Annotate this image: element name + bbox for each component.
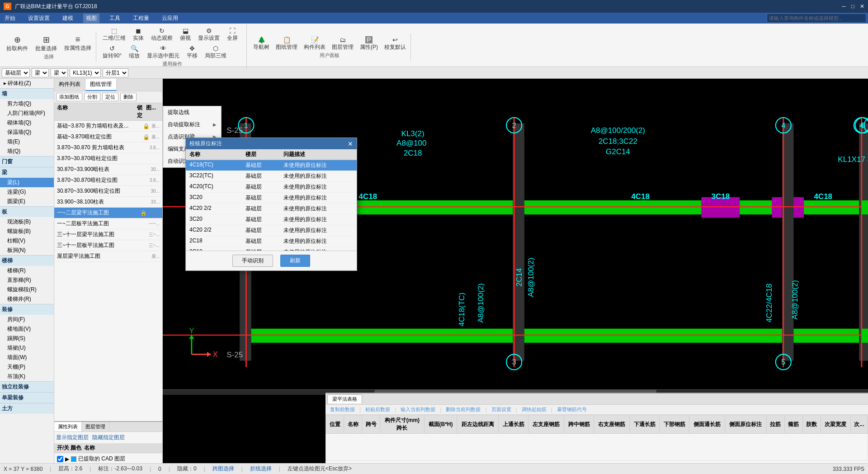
btn-element-list[interactable]: 📝 构件列表 [301,35,328,52]
tree-item-wall-e[interactable]: 墙(E) [0,137,54,147]
btn-add-drawing[interactable]: 添加图纸 [56,93,82,101]
tree-item-beam-g[interactable]: 连梁(G) [0,187,54,197]
dialog-row-7[interactable]: 2C18 基础层 未使用的原位标注 [186,236,357,247]
menu-build[interactable]: 建模 [60,14,76,23]
tree-item-baseboard[interactable]: 踢脚(S) [0,334,54,343]
tree-item-dado[interactable]: 墙裙(U) [0,343,54,353]
tree-item-insulate-wall[interactable]: 保温墙(Q) [0,128,54,137]
drawing-item-1[interactable]: 基础~3.870暗柱定位图 🔒 基... [54,132,162,142]
tab-layer-mgr[interactable]: 图层管理 [82,422,109,431]
minimize-btn[interactable]: ─ [842,3,846,9]
tree-item-suspended[interactable]: 吊顶(K) [0,372,54,381]
menu-start[interactable]: 开始 [2,14,18,23]
tab-element-list[interactable]: 构件列表 [54,79,85,91]
dialog-close-btn[interactable]: ✕ [348,140,353,147]
tree-item-beam-e[interactable]: 圆梁(E) [0,197,54,206]
layer-row-0[interactable]: ▶ 已提取的 CAD 图层 [55,454,161,464]
hide-layer-btn[interactable]: 隐藏指定图层 [92,434,125,441]
btn-pick-element[interactable]: ⊕ 拾取构件 [4,34,31,53]
dialog-row-3[interactable]: 3C20 基础层 未使用的原位标注 [186,193,357,204]
btn-adjust-start[interactable]: 调快起始筋 [520,406,548,413]
drawing-item-7[interactable]: 33.900~38.100柱表 33... [54,197,162,208]
tree-item-floor[interactable]: 楼地面(V) [0,324,54,334]
dialog-row-8[interactable]: 2C18 基础层 未使用的原位标注 [186,247,357,251]
btn-reset-default[interactable]: ↩ 校复默认 [382,35,409,52]
btn-properties[interactable]: P 属性(P) [357,35,381,52]
element-select[interactable]: KL13(1) [70,68,101,77]
menu-settings[interactable]: 设置设置 [25,14,52,23]
btn-display-settings[interactable]: ⚙ 显示设置 [195,26,222,43]
btn-paste-after[interactable]: 粘贴后数据 [363,406,392,413]
status-select-mode[interactable]: 折线选择 [250,465,272,473]
tree-item-masonry-wall[interactable]: 砌体墙(Q) [0,118,54,128]
drawing-item-11[interactable]: 三~十一层板平法施工图 三~... [54,240,162,251]
menu-auto-extract[interactable]: 自动提取标注 ▶ [163,118,221,131]
dialog-row-2[interactable]: 4C20(TC) 基础层 未使用的原位标注 [186,182,357,193]
btn-nav-tree[interactable]: 🌲 导航树 [250,35,272,52]
btn-batch-select[interactable]: ⊞ 批量选择 [33,34,60,53]
btn-show-selected[interactable]: 👁 显示选中图元 [144,44,182,61]
menu-extract-edge[interactable]: 提取边线 [163,106,221,118]
menu-quantity[interactable]: 工程量 [130,14,152,23]
btn-page-settings[interactable]: 页面设置 [490,406,513,413]
btn-orbit[interactable]: ↻ 动态观察 [148,26,175,43]
btn-fullscreen[interactable]: ⛶ 全屏 [223,26,241,43]
drawing-item-10[interactable]: 三~十一层梁平法施工图 三~... [54,229,162,240]
tree-item-beam-l[interactable]: 梁(L) [0,178,54,187]
layer-select[interactable]: 基础层 [2,68,30,77]
btn-local-3d[interactable]: ⬡ 局部三维 [202,44,229,61]
drawing-item-4[interactable]: 30.870~33.900暗柱表 30... [54,164,162,175]
drawing-item-8[interactable]: 一~二层梁平法施工图 🔒 一~... [54,208,162,218]
btn-top-view[interactable]: ⬓ 俯视 [176,26,194,43]
btn-delete-col[interactable]: 删除当前列数据 [444,406,482,413]
drawing-item-12[interactable]: 屋层梁平法施工图 屋... [54,251,162,262]
layer-checkbox-0[interactable] [57,456,63,462]
tree-item-shear-wall[interactable]: 剪力墙(Q) [0,99,54,109]
tree-item-wall-finish[interactable]: 墙面(W) [0,353,54,362]
tree-item-ceiling[interactable]: 天棚(P) [0,362,54,372]
drawing-item-6[interactable]: 30.870~33.900暗柱定位图 30... [54,186,162,197]
close-btn[interactable]: ✕ [860,3,864,9]
btn-copy-prev[interactable]: 复制前数据 [328,406,357,413]
subtype-select[interactable]: 梁 [51,68,68,77]
tree-item-civil-wall[interactable]: 人防门框墙(RF) [0,109,54,118]
btn-rotate90[interactable]: ↺ 旋转90° [100,44,124,61]
btn-solid[interactable]: ◼ 实体 [129,26,147,43]
btn-drawing-mgr[interactable]: 📋 图纸管理 [273,35,300,52]
search-input[interactable] [767,14,866,23]
tree-item-spiral-slab[interactable]: 螺旋板(B) [0,227,54,236]
drawing-item-2[interactable]: 3.870~30.870 剪力墙暗柱表 3.8... [54,142,162,153]
drawing-item-5[interactable]: 3.870~30.870暗柱定位图 3.8... [54,175,162,186]
dialog-row-0[interactable]: 4C18(TC) 基础层 未使用的原位标注 [186,160,357,171]
tree-item-cast-slab[interactable]: 现浇板(B) [0,217,54,227]
drawing-item-3[interactable]: 3.870~30.870暗柱定位图 [54,153,162,164]
btn-locate[interactable]: 定位 [102,93,118,101]
dialog-row-4[interactable]: 4C20 2/2 基础层 未使用的原位标注 [186,204,357,214]
btn-refresh[interactable]: 刷新 [280,255,310,267]
btn-2d3d[interactable]: ⬚ 二维/三维 [100,26,128,43]
tab-attr-list[interactable]: 属性列表 [54,422,82,431]
tree-item-wall-q[interactable]: 墙(Q) [0,147,54,156]
tree-item-room[interactable]: 房间(F) [0,315,54,324]
btn-delete-drawing[interactable]: 删除 [120,93,137,101]
menu-cloud[interactable]: 云应用 [159,14,181,23]
type-select[interactable]: 梁 [32,68,49,77]
btn-rebar-code[interactable]: 暴臂钢筋代号 [555,406,589,413]
status-snap[interactable]: 跨图选择 [212,465,234,473]
btn-attr-select[interactable]: ≡ 按属性选择 [61,34,94,53]
layer-expand-0[interactable]: ▶ [65,456,69,462]
dialog-row-5[interactable]: 3C20 基础层 未使用的原位标注 [186,214,357,225]
tree-item-spiral-stair[interactable]: 螺旋梯段(R) [0,285,54,294]
tree-item-column-cap[interactable]: 柱帽(V) [0,236,54,246]
part-select[interactable]: 分层1 [103,68,128,77]
tree-item-stair-well[interactable]: 楼梯井(R) [0,294,54,304]
btn-manual-recognize[interactable]: 手动识别 [232,255,273,267]
dialog-row-6[interactable]: 4C20 2/2 基础层 未使用的原位标注 [186,225,357,236]
btn-pan[interactable]: ✥ 平移 [183,44,201,61]
dialog-row-1[interactable]: 3C22(TC) 基础层 未使用的原位标注 [186,171,357,182]
drawing-item-9[interactable]: 一~二层板平法施工图 一~... [54,218,162,229]
show-layer-btn[interactable]: 显示指定图层 [56,434,89,441]
menu-view[interactable]: 视图 [83,14,99,23]
search-bar[interactable] [767,14,866,23]
restore-btn[interactable]: □ [851,3,854,9]
